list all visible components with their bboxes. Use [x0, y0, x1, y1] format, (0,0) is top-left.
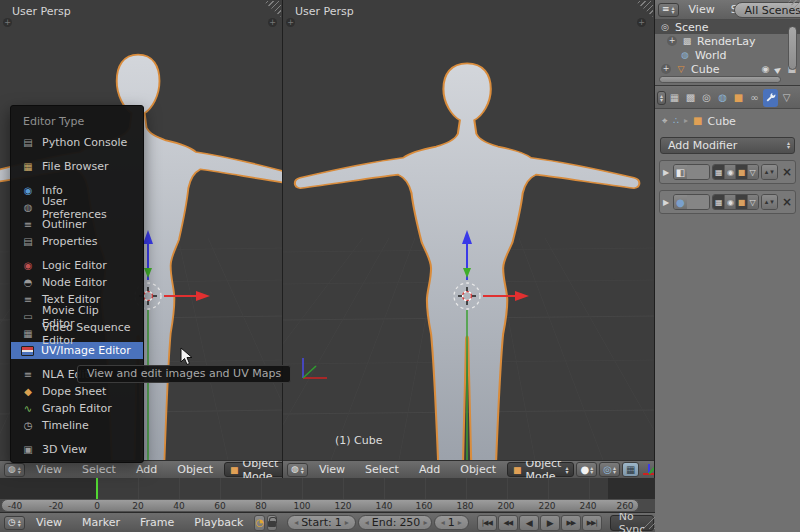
play-button[interactable]: ▶ — [540, 515, 560, 531]
outliner-row-scene[interactable]: ◎ Scene — [655, 20, 800, 34]
menu-item-python-console[interactable]: ▤ Python Console — [11, 134, 143, 151]
tab-object[interactable]: ■ — [731, 89, 746, 107]
tab-scene[interactable]: ◎ — [699, 89, 714, 107]
stepper-right-icon[interactable]: ▸ — [458, 518, 462, 527]
edit-mode-toggle[interactable]: ■ — [735, 165, 746, 179]
area-collapse-widget[interactable]: + — [637, 18, 646, 27]
timeline-menu-frame[interactable]: Frame — [131, 516, 183, 529]
stepper-left-icon[interactable]: ◂ — [294, 518, 298, 527]
editor-type-button[interactable]: ◷ ▴▾ — [4, 516, 25, 530]
menu-item-video-sequence-editor[interactable]: ▦ Video Sequence Editor — [11, 325, 143, 342]
menu-item-file-browser[interactable]: ▦ File Browser — [11, 158, 143, 175]
mode-dropdown[interactable]: ■ Object Mode ▴▾ — [224, 462, 282, 477]
outliner-row-cube[interactable]: + ▽ Cube ◉ ▶ ▦ — [655, 62, 800, 76]
menu-view[interactable]: View — [27, 463, 71, 476]
add-modifier-dropdown[interactable]: Add Modifier ▴▾ — [660, 137, 795, 154]
viewport-visibility-toggle[interactable]: ◉ — [724, 165, 735, 179]
cage-toggle[interactable]: ▽ — [747, 195, 758, 209]
expand-icon[interactable]: + — [667, 36, 677, 46]
expand-triangle-icon[interactable]: ▶ — [663, 198, 671, 207]
editor-type-button[interactable]: ◍ ▴▾ — [4, 463, 25, 477]
timeline-menu-view[interactable]: View — [27, 516, 71, 529]
prev-keyframe-button[interactable]: ◀◀ — [498, 515, 518, 531]
outliner-vertical-scrollbar[interactable] — [788, 26, 797, 70]
play-reverse-button[interactable]: ◀ — [519, 515, 539, 531]
menu-object[interactable]: Object — [168, 463, 222, 476]
jump-to-end-button[interactable]: ▶▶| — [582, 515, 602, 531]
edit-mode-toggle[interactable]: ■ — [735, 195, 746, 209]
red-arrowhead[interactable] — [196, 291, 210, 301]
menu-item-node-editor[interactable]: ◓ Node Editor — [11, 274, 143, 291]
end-frame-field[interactable]: ◂ End: 250 ▸ — [358, 515, 432, 530]
viewport-visibility-toggle[interactable]: ◉ — [724, 195, 735, 209]
timeline-menu-playback[interactable]: Playback — [185, 516, 252, 529]
menu-add[interactable]: Add — [127, 463, 166, 476]
render-toggle[interactable]: ▦ — [713, 195, 724, 209]
3d-canvas-right[interactable]: User Persp (1) Cube + + — [283, 0, 654, 460]
start-frame-field[interactable]: ◂ Start: 1 ▸ — [287, 515, 356, 530]
menu-item-user-preferences[interactable]: ◍ User Preferences — [11, 199, 143, 216]
outliner-horizontal-scrollbar[interactable] — [659, 76, 781, 83]
outliner-row-world[interactable]: ◍ World — [655, 48, 800, 62]
expand-triangle-icon[interactable]: ▶ — [663, 168, 671, 177]
tab-object-data[interactable]: ▽ — [779, 89, 794, 107]
viewport-shading-dropdown[interactable]: ● ▴▾ — [576, 462, 597, 477]
jump-to-start-button[interactable]: |◀◀ — [477, 515, 497, 531]
pivot-point-dropdown[interactable]: ◎ ▴▾ — [599, 462, 620, 477]
current-frame-field[interactable]: ◂ 1 ▸ — [434, 515, 469, 530]
move-modifier-buttons[interactable]: ▴▾ — [762, 165, 777, 179]
editor-type-button[interactable]: ◍ ▴▾ — [287, 463, 308, 477]
auto-keyframe-button[interactable]: ◔ — [254, 515, 265, 531]
expand-icon[interactable]: + — [661, 64, 671, 74]
lock-button[interactable] — [267, 515, 277, 531]
menu-select[interactable]: Select — [356, 463, 408, 476]
cage-toggle[interactable]: ▽ — [747, 165, 758, 179]
menu-item-dope-sheet[interactable]: ◆ Dope Sheet — [11, 383, 143, 400]
menu-item-graph-editor[interactable]: ∿ Graph Editor — [11, 400, 143, 417]
tab-render-layers[interactable]: ▩ — [683, 89, 698, 107]
red-arrowhead[interactable] — [515, 291, 529, 301]
stepper-right-icon[interactable]: ▸ — [345, 518, 349, 527]
manipulator-widget-icon[interactable] — [641, 462, 654, 477]
visibility-eye-icon[interactable]: ◉ — [761, 64, 769, 74]
tab-modifiers[interactable] — [763, 89, 778, 107]
tab-world[interactable]: ◍ — [715, 89, 730, 107]
modifier-name-field[interactable] — [687, 165, 709, 179]
outliner-menu-view[interactable]: View — [683, 3, 721, 16]
render-toggle[interactable]: ▦ — [713, 165, 724, 179]
tab-constraints[interactable]: ∞ — [747, 89, 762, 107]
editor-type-button[interactable]: ▴▾ — [657, 91, 666, 105]
move-modifier-buttons[interactable]: ▴▾ — [762, 195, 777, 209]
3d-viewport-right[interactable]: User Persp (1) Cube + + ◍ ▴▾ View Select… — [283, 0, 655, 478]
delete-modifier-button[interactable]: × — [782, 195, 792, 209]
stepper-left-icon[interactable]: ◂ — [441, 518, 445, 527]
modifier-name-field[interactable] — [687, 195, 709, 209]
snap-toggle-button[interactable]: ▦ — [622, 462, 639, 477]
current-frame-playhead[interactable] — [96, 478, 98, 499]
display-mode-dropdown[interactable]: All Scenes — [734, 2, 800, 18]
area-collapse-widget[interactable]: + — [3, 18, 12, 27]
editor-type-button[interactable]: ≡ ▴▾ — [658, 3, 679, 17]
stepper-left-icon[interactable]: ◂ — [365, 518, 369, 527]
next-keyframe-button[interactable]: ▶▶ — [561, 515, 581, 531]
stepper-right-icon[interactable]: ▸ — [423, 518, 427, 527]
timeline-menu-marker[interactable]: Marker — [73, 516, 129, 529]
menu-select[interactable]: Select — [73, 463, 125, 476]
menu-item-uv-image-editor[interactable]: UV/Image Editor — [11, 342, 143, 359]
menu-item-logic-editor[interactable]: ◉ Logic Editor — [11, 257, 143, 274]
selectability-pointer-icon[interactable]: ▶ — [773, 64, 783, 75]
outliner-row-renderlayers[interactable]: + ▩ RenderLay — [655, 34, 800, 48]
mode-dropdown[interactable]: ■ Object Mode ▴▾ — [507, 462, 574, 477]
tab-render[interactable]: ▦ — [667, 89, 682, 107]
timeline-track[interactable] — [0, 478, 655, 499]
pin-icon[interactable]: ⌖ — [662, 116, 668, 126]
menu-add[interactable]: Add — [410, 463, 449, 476]
area-collapse-widget[interactable]: + — [268, 18, 277, 27]
menu-item-properties[interactable]: ▤ Properties — [11, 233, 143, 250]
delete-modifier-button[interactable]: × — [782, 165, 792, 179]
menu-object[interactable]: Object — [451, 463, 505, 476]
area-collapse-widget[interactable]: + — [286, 18, 295, 27]
menu-view[interactable]: View — [310, 463, 354, 476]
menu-item-3d-view[interactable]: ▣ 3D View — [11, 441, 143, 458]
menu-item-timeline[interactable]: ◷ Timeline — [11, 417, 143, 434]
